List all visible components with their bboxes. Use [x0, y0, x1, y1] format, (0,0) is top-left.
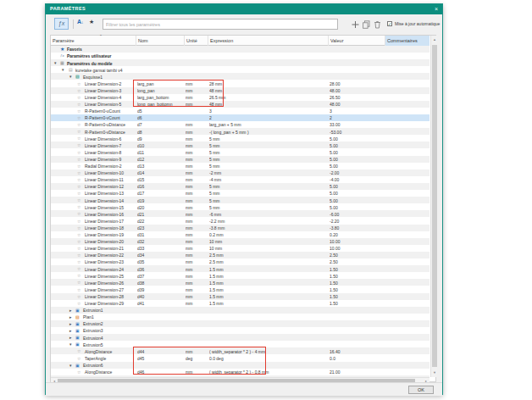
collapse-caret-icon[interactable]: ▾	[69, 74, 72, 79]
cell-unite[interactable]: mm	[186, 170, 208, 175]
cell-unite[interactable]: mm	[186, 157, 208, 162]
cell-nom[interactable]: larg_pan_bottom	[137, 95, 183, 100]
cell-unite[interactable]: mm	[186, 143, 208, 148]
cell-expression[interactable]: -3.8 mm	[209, 225, 328, 231]
favorite-star-icon[interactable]: ☆	[77, 115, 80, 120]
close-icon[interactable]: ×	[435, 5, 438, 14]
cell-expression[interactable]: -6 mm	[209, 212, 328, 217]
cell-unite[interactable]: mm	[186, 301, 208, 306]
cell-expression[interactable]: 1.5 mm	[209, 287, 328, 292]
column-header-unite[interactable]: Unité	[184, 36, 208, 46]
cell-nom[interactable]: d19	[137, 198, 183, 203]
parameter-row[interactable]: ☆Linear Dimension-17d22mm-2.2 mm-2.20	[51, 218, 429, 225]
parameter-row[interactable]: ☆R-Pattern0-uDistanced7mmlarg_pan + 5 mm…	[51, 121, 429, 128]
ok-button[interactable]: OK	[408, 386, 434, 394]
favorite-star-icon[interactable]: ☆	[77, 164, 80, 169]
parameter-row[interactable]: ☆R-Pattern0-vCountd622	[51, 114, 429, 121]
cell-nom[interactable]: d17	[137, 191, 183, 196]
cell-unite[interactable]: mm	[186, 253, 208, 258]
parameter-row[interactable]: ☆Linear Dimension-27d39mm1.5 mm1.50	[51, 286, 429, 293]
favorite-star-icon[interactable]: ☆	[77, 204, 80, 209]
tree-group-row[interactable]: ▾▦Paramètres du modèle	[51, 59, 429, 66]
cell-expression[interactable]: 5 mm	[209, 198, 328, 203]
favorite-star-icon[interactable]: ☆	[77, 232, 80, 237]
cell-nom[interactable]: d8	[137, 130, 183, 135]
favorite-star-icon[interactable]: ☆	[77, 273, 80, 278]
cell-expression[interactable]: 5 mm	[209, 164, 328, 169]
favorite-star-icon[interactable]: ☆	[77, 102, 80, 107]
scroll-down-icon[interactable]: ▼	[431, 369, 438, 377]
cell-expression[interactable]: 0.0 deg	[209, 356, 328, 361]
cell-nom[interactable]: long_pan_bottomn	[137, 102, 183, 107]
cell-unite[interactable]: mm	[186, 287, 208, 292]
cell-expression[interactable]: 5 mm	[209, 157, 328, 162]
collapse-caret-icon[interactable]: ▾	[69, 342, 72, 347]
cell-unite[interactable]: mm	[186, 225, 208, 231]
parameter-row[interactable]: ☆AlongDistanced46mm( width_separator * 2…	[51, 369, 429, 375]
tree-group-row[interactable]: ★Favoris	[51, 46, 429, 53]
expand-caret-icon[interactable]: ▸	[69, 335, 72, 340]
cell-unite[interactable]: mm	[186, 102, 208, 107]
parameter-row[interactable]: ☆Linear Dimension-5long_pan_bottomnmm48 …	[51, 101, 429, 108]
expand-caret-icon[interactable]: ▸	[69, 314, 72, 319]
favorite-star-icon[interactable]: ☆	[77, 81, 80, 86]
favorite-star-icon[interactable]: ☆	[77, 170, 80, 175]
cell-nom[interactable]: d5	[137, 108, 183, 114]
parameter-row[interactable]: ☆AlongDistanced44mm( width_separator * 2…	[51, 347, 429, 354]
cell-unite[interactable]: mm	[186, 81, 208, 86]
cell-expression[interactable]: ( width_separator * 2 ) - 4 mm	[209, 349, 328, 354]
favorite-star-icon[interactable]: ☆	[77, 157, 80, 162]
cell-unite[interactable]: mm	[186, 198, 208, 203]
favorites-filter-icon[interactable]: ★	[89, 19, 94, 25]
sort-icon[interactable]: A↓	[77, 19, 84, 25]
cell-nom[interactable]: d15	[137, 177, 183, 182]
cell-expression[interactable]: 28 mm	[209, 81, 328, 86]
parameter-row[interactable]: ☆Linear Dimension-12d16mm5 mm5.00	[51, 183, 429, 190]
parameter-row[interactable]: ☆Linear Dimension-19d31mm0.2 mm0.20	[51, 231, 429, 238]
cell-expression[interactable]: 48 mm	[209, 102, 328, 107]
add-user-parameter-button[interactable]: ƒx	[54, 18, 69, 30]
parameter-row[interactable]: ☆Linear Dimension-29d41mm1.5 mm1.50	[51, 300, 429, 307]
cell-nom[interactable]: d9	[137, 136, 183, 142]
parameter-row[interactable]: ☆R-Pattern0-vDistanced8mm-( long_pan + 5…	[51, 128, 429, 135]
vertical-scrollbar[interactable]: ▲ ▼	[430, 36, 437, 377]
cell-unite[interactable]: mm	[186, 239, 208, 244]
favorite-star-icon[interactable]: ☆	[77, 348, 80, 353]
cell-nom[interactable]: d16	[137, 184, 183, 189]
cell-unite[interactable]: mm	[186, 232, 208, 237]
favorite-star-icon[interactable]: ☆	[77, 266, 80, 271]
favorite-star-icon[interactable]: ☆	[77, 177, 80, 182]
delete-parameter-icon[interactable]	[374, 20, 381, 29]
cell-nom[interactable]: d12	[137, 157, 183, 162]
cell-unite[interactable]: mm	[186, 349, 208, 354]
collapse-caret-icon[interactable]: ▾	[62, 67, 64, 72]
favorite-star-icon[interactable]: ☆	[77, 197, 80, 203]
parameter-row[interactable]: ☆R-Pattern0-uCountd533	[51, 108, 429, 114]
parameter-row[interactable]: ☆Linear Dimension-28d40mm1.5 mm1.50	[51, 293, 429, 300]
parameter-row[interactable]: ☆TaperAngled45deg0.0 deg0.0	[51, 355, 429, 362]
expand-caret-icon[interactable]: ▸	[69, 308, 72, 313]
favorite-star-icon[interactable]: ☆	[77, 150, 80, 155]
cell-unite[interactable]: mm	[186, 212, 208, 217]
cell-expression[interactable]: 1.5 mm	[209, 274, 328, 279]
cell-nom[interactable]: d38	[137, 281, 183, 286]
column-header-nom[interactable]: Nom	[136, 36, 184, 46]
cell-nom[interactable]: d41	[137, 301, 183, 306]
tree-group-row[interactable]: ▸▣Extrusion4	[51, 334, 429, 341]
cell-expression[interactable]: larg_pan + 5 mm	[209, 122, 328, 127]
cell-unite[interactable]: mm	[186, 281, 208, 286]
cell-expression[interactable]: 5 mm	[209, 184, 328, 189]
favorite-star-icon[interactable]: ☆	[77, 259, 80, 264]
cell-nom[interactable]: d6	[137, 115, 183, 120]
parameter-row[interactable]: ☆Linear Dimension-21d33mm10 mm10.00	[51, 245, 429, 252]
favorite-star-icon[interactable]: ☆	[77, 211, 80, 216]
cell-expression[interactable]: 5 mm	[209, 150, 328, 155]
cell-unite[interactable]: mm	[186, 122, 208, 127]
favorite-star-icon[interactable]: ☆	[77, 184, 80, 189]
cell-unite[interactable]: mm	[186, 219, 208, 224]
parameter-row[interactable]: ☆Linear Dimension-9d12mm5 mm5.00	[51, 156, 429, 163]
parameter-row[interactable]: ☆Linear Dimension-11d15mm-4 mm-4.00	[51, 176, 429, 183]
cell-unite[interactable]: mm	[186, 184, 208, 189]
expand-caret-icon[interactable]: ▸	[69, 328, 72, 333]
cell-nom[interactable]: d20	[137, 205, 183, 210]
